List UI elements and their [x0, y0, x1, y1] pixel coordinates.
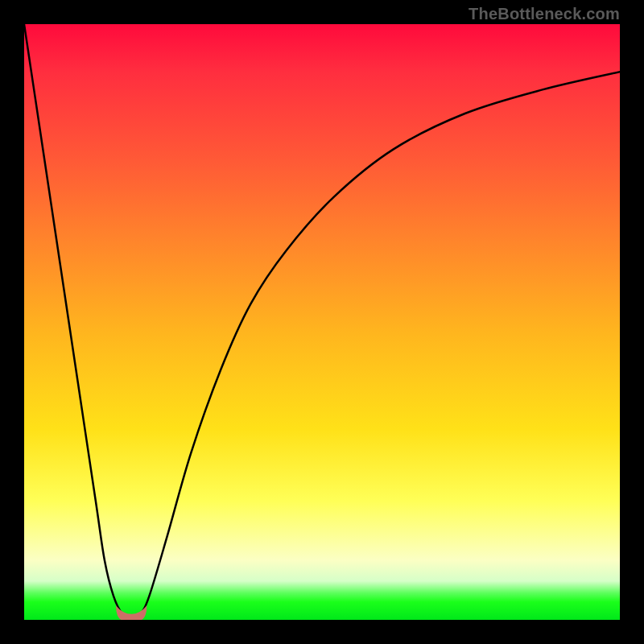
curve-layer [24, 24, 620, 620]
bottleneck-curve [24, 24, 620, 617]
watermark-text: TheBottleneck.com [469, 5, 620, 23]
plot-area [24, 24, 620, 620]
chart-frame: TheBottleneck.com [0, 0, 644, 644]
valley-marker [116, 605, 147, 620]
